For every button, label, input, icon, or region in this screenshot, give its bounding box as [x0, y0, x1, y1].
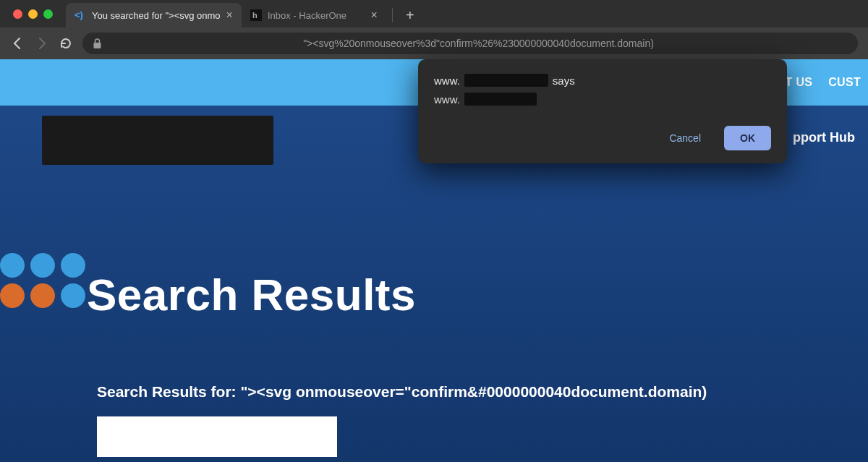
dot-icon	[0, 253, 25, 278]
redacted-domain	[464, 74, 548, 87]
svg-text:h: h	[252, 11, 258, 20]
dialog-actions: Cancel OK	[434, 126, 771, 150]
dialog-says: says	[553, 74, 575, 87]
redacted-logo	[42, 116, 273, 165]
dot-icon	[61, 283, 85, 308]
hackerone-favicon-icon: h	[250, 9, 262, 21]
forward-button[interactable]	[35, 36, 49, 51]
tab-close-icon[interactable]: ×	[371, 9, 378, 22]
nav-controls	[10, 36, 72, 51]
tab-title: You searched for "><svg onmo	[92, 10, 221, 21]
topnav-contact[interactable]: T US	[786, 76, 813, 89]
svg-text:<): <)	[75, 9, 83, 20]
menu-support-hub[interactable]: pport Hub	[793, 130, 855, 145]
address-bar[interactable]: "><svg%20onmouseover%3d"confirm%26%23000…	[82, 33, 858, 54]
dialog-origin-prefix: www.	[434, 74, 460, 87]
cancel-button[interactable]: Cancel	[653, 126, 717, 150]
topnav-customer[interactable]: CUST	[828, 76, 861, 89]
dot-icon	[0, 283, 25, 308]
browser-tabs: <) You searched for "><svg onmo × h Inbo…	[66, 3, 868, 27]
new-tab-button[interactable]: +	[399, 3, 422, 27]
maximize-window-icon[interactable]	[43, 9, 53, 19]
page-title: Search Results	[87, 269, 416, 320]
brand-dots-icon	[0, 253, 85, 308]
search-query-label: Search Results for: "><svg onmouseover="…	[97, 383, 707, 401]
redacted-domain	[464, 93, 537, 106]
tab-active[interactable]: <) You searched for "><svg onmo ×	[66, 3, 242, 27]
dialog-origin-line: www. says	[434, 74, 771, 87]
dot-icon	[30, 283, 55, 308]
dialog-body-line: www.	[434, 93, 771, 106]
code-favicon-icon: <)	[75, 9, 86, 21]
back-button[interactable]	[10, 36, 25, 51]
dot-icon	[61, 253, 85, 278]
dialog-body-prefix: www.	[434, 93, 460, 106]
lock-icon	[93, 38, 102, 49]
tab-close-icon[interactable]: ×	[226, 9, 233, 22]
titlebar: <) You searched for "><svg onmo × h Inbo…	[0, 0, 868, 27]
tab-title: Inbox - HackerOne	[268, 10, 365, 21]
reload-button[interactable]	[59, 37, 72, 50]
window-controls	[0, 0, 66, 27]
tab-inactive[interactable]: h Inbox - HackerOne ×	[242, 3, 386, 27]
browser-toolbar: "><svg%20onmouseover%3d"confirm%26%23000…	[0, 27, 868, 59]
url-text: "><svg%20onmouseover%3d"confirm%26%23000…	[109, 38, 848, 49]
js-confirm-dialog: www. says www. Cancel OK	[418, 59, 787, 163]
ok-button[interactable]: OK	[724, 126, 771, 150]
dot-icon	[30, 253, 55, 278]
search-input[interactable]	[97, 416, 337, 457]
close-window-icon[interactable]	[13, 9, 22, 19]
minimize-window-icon[interactable]	[28, 9, 38, 19]
tab-separator	[392, 8, 393, 22]
svg-rect-3	[94, 43, 101, 48]
